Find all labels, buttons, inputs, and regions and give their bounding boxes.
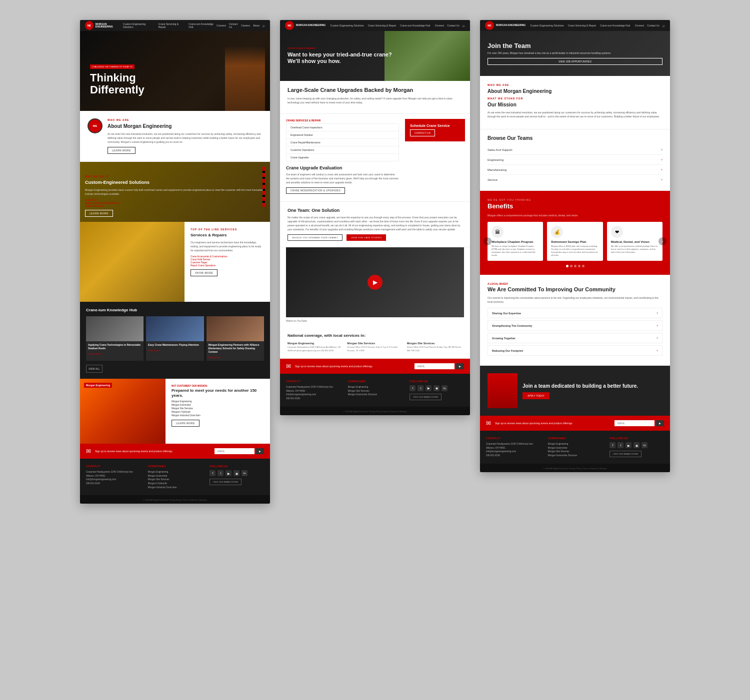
nav-link-solutions-3[interactable]: Custom Engineering Solutions <box>530 24 564 27</box>
services-link-1[interactable]: Crane Accessories & Customizations <box>190 255 264 258</box>
custom-btn-1[interactable]: LEARN MORE <box>85 210 113 217</box>
search-icon-2[interactable]: ⌕ <box>462 23 465 28</box>
nav-contact-1[interactable]: Contact Us <box>229 22 238 28</box>
benefits-arrow-right-3[interactable]: › <box>658 237 666 245</box>
email-submit-2[interactable]: ▶ <box>456 363 464 369</box>
services-link-4[interactable]: Report Crane Operations <box>190 264 264 267</box>
social-facebook-2[interactable]: f <box>410 385 416 391</box>
social-youtube-3[interactable]: ▶ <box>626 442 632 448</box>
location-detail-1: Corporate Headquarters 2240 S McKinney A… <box>288 346 343 352</box>
social-instagram-2[interactable]: ◉ <box>434 385 440 391</box>
benefits-arrow-left-3[interactable]: ‹ <box>484 237 492 245</box>
accordion-header-1[interactable]: Sharing Our Expertise › <box>488 308 662 318</box>
social-youtube-2[interactable]: ▶ <box>426 385 432 391</box>
search-icon-3[interactable]: ⌕ <box>662 23 665 28</box>
benefit-card-1: 🏛 Workplace Chaplain Program We have a u… <box>488 222 543 261</box>
nav-contact-3[interactable]: Contact Us <box>647 24 660 27</box>
accordion-header-2[interactable]: Strengthening The Community › <box>488 321 662 330</box>
custom-link-2[interactable]: Standard Manufacturing Solutions <box>85 202 270 204</box>
nav-link-hub-2[interactable]: Crane-ium Knowledge Hub <box>400 24 430 27</box>
video-placeholder-2[interactable]: ▶ <box>286 247 464 317</box>
team-item-3[interactable]: Manufacturing › <box>488 165 662 175</box>
crane-hero-badge-2: EXPERT CRANE UPGRADES <box>288 47 392 49</box>
email-input-3[interactable] <box>614 420 654 426</box>
benefit-icon-glyph-3: ❤ <box>615 229 619 235</box>
email-input-1[interactable] <box>214 448 254 454</box>
email-submit-1[interactable]: ▶ <box>256 448 264 454</box>
schedule-btn-2[interactable]: CONTACT US <box>410 129 435 136</box>
nav-link-repair-2[interactable]: Crane Servicing & Repair <box>368 24 396 27</box>
team-item-1[interactable]: Sales And Support › <box>488 145 662 155</box>
social-linkedin-1[interactable]: in <box>242 470 248 476</box>
nav-careers-1[interactable]: Careers <box>241 24 250 27</box>
video-label-2: Watch on YouTube <box>286 319 464 322</box>
custom-link-3[interactable]: Robotic Processes <box>85 205 270 207</box>
social-instagram-3[interactable]: ◉ <box>634 442 640 448</box>
services-btn-1[interactable]: SHOW MORE <box>190 269 218 276</box>
footer-brand-btn-1[interactable]: VISIT OUR BRAND STORE <box>210 479 242 485</box>
footer-brand-btn-2[interactable]: VISIT OUR BRAND STORE <box>410 394 442 400</box>
carousel-dot-5 <box>582 265 584 267</box>
nav-link-repair-3[interactable]: Crane Servicing & Repair <box>568 24 596 27</box>
social-linkedin-3[interactable]: in <box>642 442 648 448</box>
nav-connect-1[interactable]: Connect <box>216 24 226 27</box>
footer-companies-list-2: Morgan Engineering Morgan Site Services … <box>348 385 402 397</box>
benefit-title-3: Medical, Dental, and Vision <box>611 240 658 243</box>
knowledge-card-link-2[interactable]: READ MORE <box>148 349 160 352</box>
play-button-2[interactable]: ▶ <box>368 275 382 290</box>
modernization-link-2[interactable]: CRANE MODERNIZATION & UPGRADES <box>286 187 345 194</box>
nav-link-solutions-2[interactable]: Custom Engineering Solutions <box>330 24 364 27</box>
social-instagram-1[interactable]: ◉ <box>234 470 240 476</box>
search-icon-1[interactable]: ⌕ <box>262 23 265 28</box>
case-studies-link-2[interactable]: VIEW OUR CASE STUDIES <box>346 234 386 241</box>
knowledge-card-link-3[interactable]: READ MORE <box>208 356 220 359</box>
nav-connect-3[interactable]: Connect <box>635 24 644 27</box>
social-youtube-1[interactable]: ▶ <box>226 470 232 476</box>
nav-link-hub-1[interactable]: Crane-ium Knowledge Hub <box>188 22 216 28</box>
team-item-2[interactable]: Engineering › <box>488 155 662 165</box>
cta-banner-btn-3[interactable]: APPLY TODAY <box>522 392 550 399</box>
footer-company-4: Morgan's Hydraulic <box>148 482 202 486</box>
nav-about-1[interactable]: About <box>253 24 260 27</box>
nav-link-solutions-1[interactable]: Custom Engineering Solutions <box>123 22 154 28</box>
social-twitter-3[interactable]: t <box>618 442 624 448</box>
nav-link-repair-1[interactable]: Crane Servicing & Repair <box>158 22 185 28</box>
email-icon-2: ✉ <box>286 363 291 370</box>
social-linkedin-2[interactable]: in <box>442 385 448 391</box>
email-input-2[interactable] <box>414 363 454 369</box>
footer-phone-2: 330-821-6190 <box>286 397 300 400</box>
services-link-2[interactable]: Crane Field Service <box>190 258 264 261</box>
nav-contact-2[interactable]: Contact Us <box>447 24 460 27</box>
footer-company-2-2: Morgan Site Services <box>348 389 402 393</box>
nav-right-2: Connect Contact Us ⌕ <box>435 23 465 28</box>
social-facebook-1[interactable]: f <box>210 470 216 476</box>
about-label-3: WHO WE ARE <box>488 83 662 86</box>
hero-title-line2: Differently <box>90 83 144 96</box>
accordion-header-4[interactable]: Reducing Our Footprint › <box>488 346 662 355</box>
email-submit-3[interactable]: ▶ <box>656 420 664 426</box>
footer-companies-2: COMPANIES Morgan Engineering Morgan Site… <box>348 380 402 401</box>
team-label-1: Sales And Support <box>488 148 512 151</box>
upgrade-link-2[interactable]: SHOULD YOU UPGRADE YOUR CRANE? <box>288 234 342 241</box>
team-item-4[interactable]: Service › <box>488 175 662 184</box>
knowledge-view-all-1[interactable]: VIEW ALL <box>86 365 102 373</box>
accordion-header-3[interactable]: Growing Together › <box>488 333 662 343</box>
about-title-3: About Morgan Engineering <box>488 88 662 94</box>
cta-banner-content-3: Join a team dedicated to building a bett… <box>522 383 662 399</box>
knowledge-card-link-1[interactable]: LEARN MORE <box>88 353 101 355</box>
about-btn-1[interactable]: LEARN MORE <box>108 147 136 154</box>
nav-connect-2[interactable]: Connect <box>435 24 444 27</box>
custom-image-section-1: Why We Do It Custom-Engineered Solutions… <box>80 162 270 222</box>
footer-bottom-2: © 2024 All Rights Reserved. Privacy Poli… <box>280 407 470 415</box>
footer-bottom-text-3: © 2024 All Rights Reserved. Privacy Poli… <box>544 467 607 470</box>
join-btn-3[interactable]: VIEW JOB OPPORTUNITIES <box>488 58 662 65</box>
custom-link-1[interactable]: Crane More <box>85 199 270 201</box>
nav-link-hub-3[interactable]: Crane-ium Knowledge Hub <box>600 24 630 27</box>
social-twitter-2[interactable]: t <box>418 385 424 391</box>
social-twitter-1[interactable]: t <box>218 470 224 476</box>
footer-brand-btn-3[interactable]: VISIT OUR BRAND STORE <box>610 451 642 457</box>
services-link-3[interactable]: Customer Pages <box>190 261 264 264</box>
social-facebook-3[interactable]: f <box>610 442 616 448</box>
benefit-icon-glyph-1: 🏛 <box>495 229 500 235</box>
prepared-btn-1[interactable]: LEARN MORE <box>172 420 200 427</box>
